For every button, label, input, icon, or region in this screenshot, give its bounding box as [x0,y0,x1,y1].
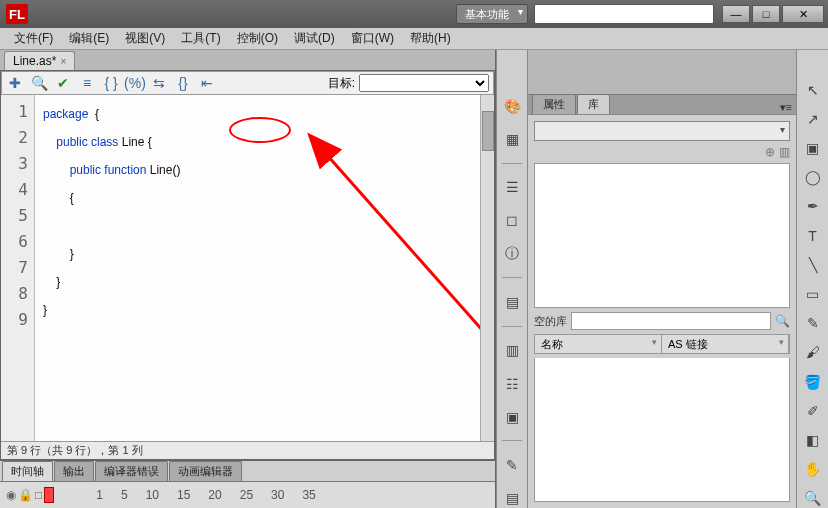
library-col-link[interactable]: AS 链接 [662,335,789,353]
tab-library[interactable]: 库 [577,94,610,114]
editor-status: 第 9 行（共 9 行），第 1 列 [1,441,494,459]
document-tab-close-icon[interactable]: × [60,56,66,67]
menu-edit[interactable]: 编辑(E) [61,28,117,49]
free-transform-icon[interactable]: ▣ [803,138,823,157]
library-list[interactable] [534,358,790,502]
annotation-ellipse [229,117,291,143]
tab-timeline[interactable]: 时间轴 [2,461,53,481]
code-editor[interactable]: package { public class Line { public fun… [35,95,480,441]
tab-properties[interactable]: 属性 [532,94,576,114]
history-icon[interactable]: ☷ [502,374,522,393]
tab-output[interactable]: 输出 [54,461,94,481]
empty-library-label: 空的库 [534,314,567,329]
menu-bar: 文件(F) 编辑(E) 视图(V) 工具(T) 控制(O) 调试(D) 窗口(W… [0,28,828,50]
panel-menu-icon[interactable]: ▾≡ [780,101,792,114]
brush-icon[interactable]: 🖌 [803,343,823,362]
tab-compiler-errors[interactable]: 编译器错误 [95,461,168,481]
pencil-icon[interactable]: ✎ [803,314,823,333]
panel-strip: 🎨 ▦ ☰ ◻ ⓘ ▤ ▥ ☷ ▣ ✎ ▤ [496,50,528,508]
document-tab-label: Line.as* [13,54,56,68]
text-icon[interactable]: T [803,226,823,245]
actions-icon[interactable]: ▤ [502,489,522,508]
library-preview [534,163,790,308]
library-icon[interactable]: ▤ [502,292,522,311]
library-search-input[interactable] [571,312,771,330]
document-tab[interactable]: Line.as* × [4,51,75,70]
search-icon[interactable]: 🔍 [775,314,790,328]
subselect-tool-icon[interactable]: ↗ [803,109,823,128]
behaviors-icon[interactable]: ✎ [502,455,522,474]
pin-icon[interactable]: ⊕ [765,145,775,159]
menu-window[interactable]: 窗口(W) [343,28,402,49]
svg-line-0 [327,155,480,441]
find-icon[interactable]: 🔍 [30,74,48,92]
line-icon[interactable]: ╲ [803,255,823,274]
color-icon[interactable]: 🎨 [502,96,522,115]
maximize-button[interactable]: □ [752,5,780,23]
target-label: 目标: [328,75,355,92]
app-logo: FL [6,4,28,24]
lasso-icon[interactable]: ◯ [803,168,823,187]
menu-help[interactable]: 帮助(H) [402,28,459,49]
hand-icon[interactable]: ✋ [803,460,823,479]
close-button[interactable]: ✕ [782,5,824,23]
menu-control[interactable]: 控制(O) [229,28,286,49]
info-icon[interactable]: ⓘ [502,244,522,263]
components-icon[interactable]: ▥ [502,341,522,360]
eyedropper-icon[interactable]: ✐ [803,401,823,420]
scene-icon[interactable]: ▣ [502,407,522,426]
menu-file[interactable]: 文件(F) [6,28,61,49]
editor-vertical-scrollbar[interactable] [480,95,494,441]
outline-icon[interactable]: □ [35,488,42,502]
menu-debug[interactable]: 调试(D) [286,28,343,49]
eraser-icon[interactable]: ◧ [803,430,823,449]
menu-tools[interactable]: 工具(T) [173,28,228,49]
new-library-icon[interactable]: ▥ [779,145,790,159]
check-icon[interactable]: ✔ [54,74,72,92]
minimize-button[interactable]: — [722,5,750,23]
tools-panel: ↖ ↗ ▣ ◯ ✒ T ╲ ▭ ✎ 🖌 🪣 ✐ ◧ ✋ 🔍 [796,50,828,508]
line-gutter: 1 2 3 4 5 6 7 8 9 [1,95,35,441]
align-icon[interactable]: ☰ [502,178,522,197]
pen-icon[interactable]: ✒ [803,197,823,216]
tab-motion-editor[interactable]: 动画编辑器 [169,461,242,481]
swatch-icon[interactable]: ▦ [502,129,522,148]
code-toolbar: ✚ 🔍 ✔ ≡ { } (%) ⇆ {} ⇤ 目标: [1,71,494,95]
workspace-dropdown[interactable]: 基本功能 [456,4,528,24]
collapse-icon[interactable]: ⇆ [150,74,168,92]
eye-icon[interactable]: ◉ [6,488,16,502]
format-icon[interactable]: ≡ [78,74,96,92]
lock-icon[interactable]: 🔒 [18,488,33,502]
target-select[interactable] [359,74,489,92]
rect-icon[interactable]: ▭ [803,284,823,303]
timeline[interactable]: ◉ 🔒 □ 1 5 10 15 20 25 30 35 [0,481,495,508]
zoom-icon[interactable]: 🔍 [803,489,823,508]
playhead[interactable] [44,487,54,503]
menu-view[interactable]: 视图(V) [117,28,173,49]
search-input[interactable] [534,4,714,24]
add-icon[interactable]: ✚ [6,74,24,92]
bucket-icon[interactable]: 🪣 [803,372,823,391]
outdent-icon[interactable]: ⇤ [198,74,216,92]
selection-tool-icon[interactable]: ↖ [803,80,823,99]
transform-icon[interactable]: ◻ [502,211,522,230]
snippet-icon[interactable]: { } [102,74,120,92]
library-document-dropdown[interactable] [534,121,790,141]
comment-icon[interactable]: (%) [126,74,144,92]
braces-icon[interactable]: {} [174,74,192,92]
library-col-name[interactable]: 名称 [535,335,662,353]
